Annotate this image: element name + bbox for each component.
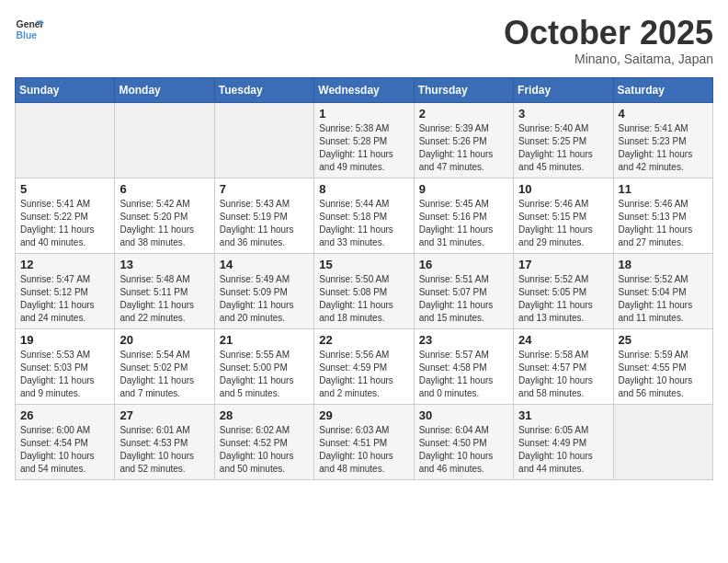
day-number: 15 bbox=[319, 258, 408, 271]
day-number: 24 bbox=[518, 333, 608, 347]
cell-info: Sunrise: 5:48 AM Sunset: 5:11 PM Dayligh… bbox=[119, 273, 209, 325]
cell-info: Sunrise: 6:00 AM Sunset: 4:54 PM Dayligh… bbox=[20, 424, 109, 476]
calendar-cell: 21Sunrise: 5:55 AM Sunset: 5:00 PM Dayli… bbox=[214, 328, 313, 404]
calendar-cell: 3Sunrise: 5:40 AM Sunset: 5:25 PM Daylig… bbox=[514, 102, 613, 178]
day-number: 19 bbox=[20, 333, 109, 347]
cell-info: Sunrise: 5:58 AM Sunset: 4:57 PM Dayligh… bbox=[518, 349, 608, 400]
day-number: 8 bbox=[319, 182, 408, 196]
weekday-header: Sunday bbox=[16, 77, 115, 102]
calendar-cell: 1Sunrise: 5:38 AM Sunset: 5:28 PM Daylig… bbox=[314, 102, 414, 178]
calendar-cell: 12Sunrise: 5:47 AM Sunset: 5:12 PM Dayli… bbox=[16, 253, 115, 328]
cell-info: Sunrise: 5:41 AM Sunset: 5:22 PM Dayligh… bbox=[20, 198, 109, 249]
calendar-cell: 20Sunrise: 5:54 AM Sunset: 5:02 PM Dayli… bbox=[115, 328, 214, 404]
cell-info: Sunrise: 5:41 AM Sunset: 5:23 PM Dayligh… bbox=[619, 122, 708, 174]
svg-text:Blue: Blue bbox=[17, 30, 38, 40]
calendar-cell: 28Sunrise: 6:02 AM Sunset: 4:52 PM Dayli… bbox=[214, 404, 313, 479]
calendar-cell: 23Sunrise: 5:57 AM Sunset: 4:58 PM Dayli… bbox=[414, 328, 513, 404]
day-number: 16 bbox=[419, 258, 508, 271]
calendar-cell: 6Sunrise: 5:42 AM Sunset: 5:20 PM Daylig… bbox=[115, 178, 214, 253]
day-number: 10 bbox=[518, 182, 608, 196]
cell-info: Sunrise: 6:04 AM Sunset: 4:50 PM Dayligh… bbox=[419, 424, 508, 476]
day-number: 21 bbox=[220, 333, 309, 347]
day-number: 4 bbox=[619, 107, 708, 121]
calendar-cell: 27Sunrise: 6:01 AM Sunset: 4:53 PM Dayli… bbox=[115, 404, 214, 479]
title-block: October 2025 Minano, Saitama, Japan bbox=[504, 15, 713, 66]
calendar-cell: 30Sunrise: 6:04 AM Sunset: 4:50 PM Dayli… bbox=[414, 404, 513, 479]
day-number: 12 bbox=[20, 258, 109, 271]
day-number: 20 bbox=[119, 333, 209, 347]
cell-info: Sunrise: 5:47 AM Sunset: 5:12 PM Dayligh… bbox=[20, 273, 109, 325]
cell-info: Sunrise: 6:02 AM Sunset: 4:52 PM Dayligh… bbox=[220, 424, 309, 476]
calendar-cell: 19Sunrise: 5:53 AM Sunset: 5:03 PM Dayli… bbox=[16, 328, 115, 404]
page-header: General Blue October 2025 Minano, Saitam… bbox=[15, 15, 713, 66]
calendar-cell: 24Sunrise: 5:58 AM Sunset: 4:57 PM Dayli… bbox=[514, 328, 613, 404]
day-number: 18 bbox=[619, 258, 708, 271]
calendar-cell bbox=[214, 102, 313, 178]
cell-info: Sunrise: 5:39 AM Sunset: 5:26 PM Dayligh… bbox=[419, 122, 508, 174]
day-number: 17 bbox=[518, 258, 608, 271]
weekday-header: Friday bbox=[514, 77, 613, 102]
weekday-header: Thursday bbox=[414, 77, 513, 102]
cell-info: Sunrise: 6:05 AM Sunset: 4:49 PM Dayligh… bbox=[518, 424, 608, 476]
cell-info: Sunrise: 5:46 AM Sunset: 5:15 PM Dayligh… bbox=[518, 198, 608, 249]
calendar-cell: 25Sunrise: 5:59 AM Sunset: 4:55 PM Dayli… bbox=[613, 328, 712, 404]
month-title: October 2025 bbox=[504, 15, 713, 52]
logo-icon: General Blue bbox=[15, 15, 44, 44]
calendar-table: SundayMondayTuesdayWednesdayThursdayFrid… bbox=[15, 77, 713, 480]
calendar-cell: 15Sunrise: 5:50 AM Sunset: 5:08 PM Dayli… bbox=[314, 253, 414, 328]
calendar-cell: 10Sunrise: 5:46 AM Sunset: 5:15 PM Dayli… bbox=[514, 178, 613, 253]
cell-info: Sunrise: 5:45 AM Sunset: 5:16 PM Dayligh… bbox=[419, 198, 508, 249]
cell-info: Sunrise: 5:50 AM Sunset: 5:08 PM Dayligh… bbox=[319, 273, 408, 325]
calendar-cell: 22Sunrise: 5:56 AM Sunset: 4:59 PM Dayli… bbox=[314, 328, 414, 404]
day-number: 14 bbox=[220, 258, 309, 271]
cell-info: Sunrise: 5:52 AM Sunset: 5:05 PM Dayligh… bbox=[518, 273, 608, 325]
day-number: 7 bbox=[220, 182, 309, 196]
day-number: 13 bbox=[119, 258, 209, 271]
cell-info: Sunrise: 5:49 AM Sunset: 5:09 PM Dayligh… bbox=[220, 273, 309, 325]
calendar-cell: 2Sunrise: 5:39 AM Sunset: 5:26 PM Daylig… bbox=[414, 102, 513, 178]
cell-info: Sunrise: 5:53 AM Sunset: 5:03 PM Dayligh… bbox=[20, 349, 109, 400]
day-number: 31 bbox=[518, 408, 608, 422]
cell-info: Sunrise: 5:52 AM Sunset: 5:04 PM Dayligh… bbox=[619, 273, 708, 325]
day-number: 28 bbox=[220, 408, 309, 422]
calendar-cell bbox=[115, 102, 214, 178]
logo: General Blue bbox=[15, 15, 44, 44]
calendar-cell: 8Sunrise: 5:44 AM Sunset: 5:18 PM Daylig… bbox=[314, 178, 414, 253]
cell-info: Sunrise: 5:44 AM Sunset: 5:18 PM Dayligh… bbox=[319, 198, 408, 249]
calendar-cell bbox=[16, 102, 115, 178]
calendar-cell: 17Sunrise: 5:52 AM Sunset: 5:05 PM Dayli… bbox=[514, 253, 613, 328]
day-number: 23 bbox=[419, 333, 508, 347]
day-number: 30 bbox=[419, 408, 508, 422]
location: Minano, Saitama, Japan bbox=[504, 52, 713, 66]
cell-info: Sunrise: 5:43 AM Sunset: 5:19 PM Dayligh… bbox=[220, 198, 309, 249]
day-number: 1 bbox=[319, 107, 408, 121]
day-number: 25 bbox=[619, 333, 708, 347]
weekday-header-row: SundayMondayTuesdayWednesdayThursdayFrid… bbox=[16, 77, 713, 102]
calendar-cell: 29Sunrise: 6:03 AM Sunset: 4:51 PM Dayli… bbox=[314, 404, 414, 479]
calendar-cell: 18Sunrise: 5:52 AM Sunset: 5:04 PM Dayli… bbox=[613, 253, 712, 328]
day-number: 22 bbox=[319, 333, 408, 347]
cell-info: Sunrise: 6:03 AM Sunset: 4:51 PM Dayligh… bbox=[319, 424, 408, 476]
calendar-cell bbox=[613, 404, 712, 479]
calendar-cell: 5Sunrise: 5:41 AM Sunset: 5:22 PM Daylig… bbox=[16, 178, 115, 253]
day-number: 29 bbox=[319, 408, 408, 422]
day-number: 2 bbox=[419, 107, 508, 121]
weekday-header: Monday bbox=[115, 77, 214, 102]
day-number: 5 bbox=[20, 182, 109, 196]
calendar-week-row: 19Sunrise: 5:53 AM Sunset: 5:03 PM Dayli… bbox=[16, 328, 713, 404]
day-number: 3 bbox=[518, 107, 608, 121]
cell-info: Sunrise: 5:54 AM Sunset: 5:02 PM Dayligh… bbox=[119, 349, 209, 400]
cell-info: Sunrise: 6:01 AM Sunset: 4:53 PM Dayligh… bbox=[119, 424, 209, 476]
calendar-cell: 14Sunrise: 5:49 AM Sunset: 5:09 PM Dayli… bbox=[214, 253, 313, 328]
weekday-header: Wednesday bbox=[314, 77, 414, 102]
cell-info: Sunrise: 5:38 AM Sunset: 5:28 PM Dayligh… bbox=[319, 122, 408, 174]
calendar-cell: 11Sunrise: 5:46 AM Sunset: 5:13 PM Dayli… bbox=[613, 178, 712, 253]
cell-info: Sunrise: 5:57 AM Sunset: 4:58 PM Dayligh… bbox=[419, 349, 508, 400]
day-number: 6 bbox=[119, 182, 209, 196]
day-number: 26 bbox=[20, 408, 109, 422]
calendar-cell: 9Sunrise: 5:45 AM Sunset: 5:16 PM Daylig… bbox=[414, 178, 513, 253]
calendar-week-row: 26Sunrise: 6:00 AM Sunset: 4:54 PM Dayli… bbox=[16, 404, 713, 479]
cell-info: Sunrise: 5:40 AM Sunset: 5:25 PM Dayligh… bbox=[518, 122, 608, 174]
cell-info: Sunrise: 5:59 AM Sunset: 4:55 PM Dayligh… bbox=[619, 349, 708, 400]
calendar-cell: 13Sunrise: 5:48 AM Sunset: 5:11 PM Dayli… bbox=[115, 253, 214, 328]
